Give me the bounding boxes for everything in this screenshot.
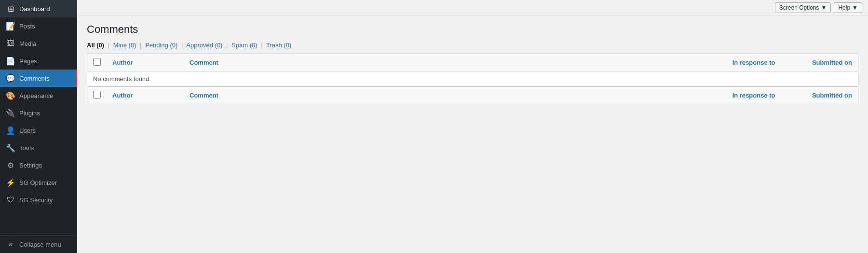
no-comments-message: No comments found. xyxy=(87,71,858,87)
sidebar: ⊞ Dashboard 📝 Posts 🖼 Media 📄 Pages 💬 Co… xyxy=(0,0,77,253)
help-button[interactable]: Help ▼ xyxy=(834,2,862,13)
sidebar-label-tools: Tools xyxy=(19,144,34,152)
sidebar-item-posts[interactable]: 📝 Posts xyxy=(0,17,77,35)
pages-icon: 📄 xyxy=(6,56,15,66)
sidebar-label-sg-security: SG Security xyxy=(19,197,53,204)
sidebar-item-pages[interactable]: 📄 Pages xyxy=(0,52,77,70)
help-label: Help xyxy=(838,4,850,11)
sidebar-label-dashboard: Dashboard xyxy=(19,5,50,13)
sidebar-item-sg-optimizer[interactable]: ⚡ SG Optimizer xyxy=(0,174,77,191)
sidebar-item-comments[interactable]: 💬 Comments xyxy=(0,70,77,87)
sidebar-label-media: Media xyxy=(19,40,36,47)
col-footer-check xyxy=(87,87,107,104)
filter-links: All (0) | Mine (0) | Pending (0) | Appro… xyxy=(87,42,858,49)
tools-icon: 🔧 xyxy=(6,143,15,153)
sidebar-label-sg-optimizer: SG Optimizer xyxy=(19,179,57,186)
screen-options-button[interactable]: Screen Options ▼ xyxy=(775,2,831,13)
col-author-link[interactable]: Author xyxy=(112,59,133,66)
col-header-inresponse: In response to xyxy=(704,54,781,71)
filter-all[interactable]: All (0) xyxy=(87,42,106,49)
users-icon: 👤 xyxy=(6,126,15,135)
sidebar-label-plugins: Plugins xyxy=(19,110,40,117)
col-header-author: Author xyxy=(107,54,184,71)
sidebar-item-appearance[interactable]: 🎨 Appearance xyxy=(0,87,77,104)
collapse-menu-label: Collapse menu xyxy=(19,241,61,248)
comments-table: Author Comment In response to Submitted … xyxy=(87,54,858,104)
filter-trash[interactable]: Trash (0) xyxy=(266,42,291,49)
plugins-icon: 🔌 xyxy=(6,108,15,118)
sidebar-item-sg-security[interactable]: 🛡 SG Security xyxy=(0,191,77,209)
screen-options-arrow: ▼ xyxy=(821,4,827,11)
table-header-row: Author Comment In response to Submitted … xyxy=(87,54,858,71)
col-header-submitted: Submitted on xyxy=(781,54,858,71)
sidebar-label-comments: Comments xyxy=(19,75,50,82)
topbar: Screen Options ▼ Help ▼ xyxy=(77,0,868,15)
col-header-check xyxy=(87,54,107,71)
filter-pending[interactable]: Pending (0) xyxy=(145,42,179,49)
col-submitted-link[interactable]: Submitted on xyxy=(812,59,852,66)
sidebar-label-settings: Settings xyxy=(19,162,42,169)
col-footer-author-link[interactable]: Author xyxy=(112,92,133,99)
appearance-icon: 🎨 xyxy=(6,91,15,100)
dashboard-icon: ⊞ xyxy=(6,4,15,14)
select-all-checkbox[interactable] xyxy=(93,58,101,66)
sidebar-label-pages: Pages xyxy=(19,57,37,65)
help-arrow: ▼ xyxy=(852,4,858,11)
sg-optimizer-icon: ⚡ xyxy=(6,178,15,187)
col-footer-author: Author xyxy=(107,87,184,104)
settings-icon: ⚙ xyxy=(6,160,15,170)
sidebar-nav: ⊞ Dashboard 📝 Posts 🖼 Media 📄 Pages 💬 Co… xyxy=(0,0,77,209)
collapse-menu-button[interactable]: « Collapse menu xyxy=(0,235,77,253)
comments-icon: 💬 xyxy=(6,73,15,83)
sidebar-item-dashboard[interactable]: ⊞ Dashboard xyxy=(0,0,77,17)
posts-icon: 📝 xyxy=(6,21,15,31)
sidebar-item-tools[interactable]: 🔧 Tools xyxy=(0,139,77,156)
screen-options-label: Screen Options xyxy=(779,4,819,11)
filter-spam[interactable]: Spam (0) xyxy=(231,42,259,49)
no-comments-row: No comments found. xyxy=(87,71,858,87)
page-title: Comments xyxy=(87,23,858,36)
sidebar-label-posts: Posts xyxy=(19,23,35,30)
col-inresponse-link[interactable]: In response to xyxy=(732,59,775,66)
col-footer-inresponse-link[interactable]: In response to xyxy=(732,92,775,99)
select-all-footer-checkbox[interactable] xyxy=(93,91,101,98)
col-footer-submitted: Submitted on xyxy=(781,87,858,104)
sg-security-icon: 🛡 xyxy=(6,195,15,205)
col-footer-comment: Comment xyxy=(184,87,704,104)
sidebar-item-plugins[interactable]: 🔌 Plugins xyxy=(0,104,77,122)
page-content: Comments All (0) | Mine (0) | Pending (0… xyxy=(77,15,868,253)
col-footer-inresponse: In response to xyxy=(704,87,781,104)
filter-mine[interactable]: Mine (0) xyxy=(113,42,138,49)
sidebar-item-users[interactable]: 👤 Users xyxy=(0,122,77,139)
filter-approved[interactable]: Approved (0) xyxy=(186,42,224,49)
sidebar-label-appearance: Appearance xyxy=(19,92,53,99)
col-header-comment: Comment xyxy=(184,54,704,71)
collapse-icon: « xyxy=(6,239,15,249)
sidebar-label-users: Users xyxy=(19,127,36,134)
col-footer-submitted-link[interactable]: Submitted on xyxy=(812,92,852,99)
sidebar-item-media[interactable]: 🖼 Media xyxy=(0,35,77,52)
main-content: Screen Options ▼ Help ▼ Comments All (0)… xyxy=(77,0,868,253)
media-icon: 🖼 xyxy=(6,39,15,48)
sidebar-item-settings[interactable]: ⚙ Settings xyxy=(0,156,77,174)
table-footer-row: Author Comment In response to Submitted … xyxy=(87,87,858,104)
